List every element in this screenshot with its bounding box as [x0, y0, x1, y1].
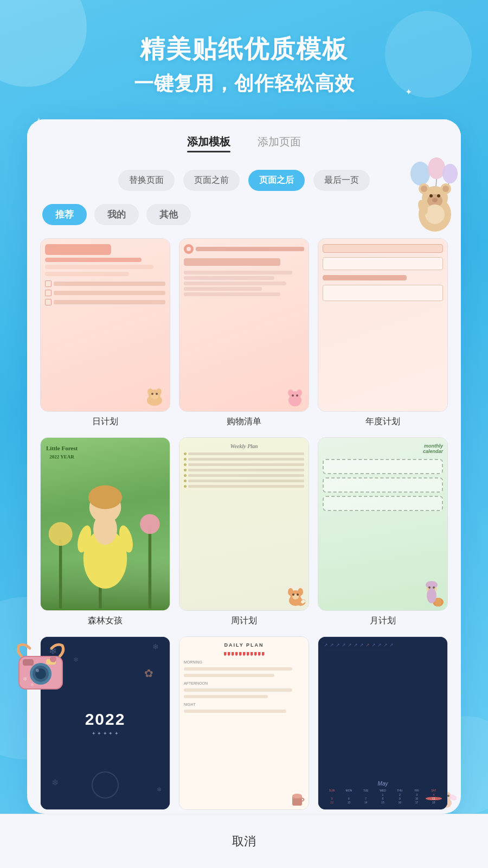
template-label-shopping: 购物清单 — [227, 416, 261, 427]
template-item-yearly[interactable]: 年度计划 — [318, 238, 448, 427]
svg-point-2 — [442, 164, 458, 183]
svg-point-13 — [429, 194, 433, 197]
template-grid: 日计划 — [27, 233, 461, 814]
svg-point-51 — [49, 522, 73, 546]
bear-balloon-decoration — [401, 157, 466, 233]
svg-text:❄: ❄ — [30, 682, 34, 687]
cancel-button[interactable]: 取消 — [232, 833, 256, 850]
cat-pill-recommended[interactable]: 推荐 — [42, 204, 87, 225]
template-thumb-shopping — [179, 238, 309, 412]
template-thumb-forest: Little Forest2022 YEAR — [40, 437, 170, 611]
svg-point-65 — [292, 593, 294, 596]
cat-pill-mine[interactable]: 我的 — [94, 204, 139, 225]
template-label-monthly: 月计划 — [370, 615, 396, 627]
svg-point-57 — [88, 486, 122, 509]
pos-btn-last[interactable]: 最后一页 — [313, 170, 370, 191]
template-label-daily: 日计划 — [92, 416, 118, 427]
svg-point-11 — [442, 186, 449, 192]
template-thumb-daily-plan: DAILY PLAN MORNING — [179, 636, 309, 810]
svg-point-40 — [292, 394, 294, 397]
template-item-may[interactable]: ↗ ↗ ↗ ↗ ↗ ↗ ↗ ↗ ↗ ↗ ↗ ↗ May — [318, 636, 448, 814]
template-thumb-daily — [40, 238, 170, 412]
svg-point-72 — [426, 581, 438, 589]
svg-text:❄: ❄ — [23, 676, 27, 682]
hero-section: 精美贴纸优质模板 一键复用，创作轻松高效 — [0, 0, 488, 97]
hero-title-2: 一键复用，创作轻松高效 — [0, 71, 488, 97]
svg-point-41 — [296, 394, 298, 397]
pos-btn-before[interactable]: 页面之前 — [183, 170, 240, 191]
svg-point-10 — [421, 186, 427, 192]
cancel-bar: 取消 — [0, 814, 488, 868]
modal-card: 添加模板 添加页面 替换页面 页面之前 页面之后 最后一页 推荐 我的 其他 — [27, 119, 461, 814]
template-item-daily[interactable]: 日计划 — [40, 238, 170, 427]
svg-point-0 — [410, 162, 430, 186]
svg-point-1 — [428, 157, 445, 179]
svg-point-66 — [297, 593, 299, 596]
template-label-forest: 森林女孩 — [88, 615, 123, 627]
svg-point-35 — [156, 393, 158, 395]
template-thumb-may: ↗ ↗ ↗ ↗ ↗ ↗ ↗ ↗ ↗ ↗ ↗ ↗ May — [318, 636, 448, 810]
template-label-weekly: 周计划 — [231, 615, 257, 627]
svg-point-23 — [36, 669, 39, 672]
svg-point-78 — [292, 794, 302, 798]
template-item-weekly[interactable]: Weekly Plan — [179, 437, 309, 627]
template-thumb-yearly — [318, 238, 448, 412]
svg-point-52 — [140, 514, 160, 534]
modal-tabs: 添加模板 添加页面 — [27, 119, 461, 163]
svg-rect-25 — [23, 659, 34, 666]
svg-point-75 — [433, 586, 435, 589]
svg-point-15 — [432, 198, 438, 202]
template-thumb-monthly: monthlycalendar — [318, 437, 448, 611]
template-thumb-weekly: Weekly Plan — [179, 437, 309, 611]
pos-btn-after[interactable]: 页面之后 — [248, 170, 305, 191]
hero-title-1: 精美贴纸优质模板 — [0, 33, 488, 66]
svg-point-74 — [428, 586, 431, 589]
template-label-yearly: 年度计划 — [365, 416, 400, 427]
svg-point-73 — [427, 588, 436, 603]
tab-add-template[interactable]: 添加模板 — [187, 135, 230, 155]
template-item-daily-plan[interactable]: DAILY PLAN MORNING — [179, 636, 309, 814]
pos-btn-replace[interactable]: 替换页面 — [118, 170, 175, 191]
category-row: 推荐 我的 其他 — [27, 199, 461, 233]
svg-point-16 — [425, 205, 445, 224]
svg-point-34 — [151, 393, 153, 395]
position-row: 替换页面 页面之前 页面之后 最后一页 — [27, 163, 461, 199]
template-item-shopping[interactable]: 购物清单 — [179, 238, 309, 427]
svg-point-26 — [50, 656, 56, 662]
template-item-forest[interactable]: Little Forest2022 YEAR 森林女孩 — [40, 437, 170, 627]
template-item-monthly[interactable]: monthlycalendar — [318, 437, 448, 627]
svg-point-14 — [437, 194, 440, 197]
tab-add-page[interactable]: 添加页面 — [258, 135, 301, 155]
camera-decoration: ❄ ❄ — [11, 640, 70, 700]
cat-pill-other[interactable]: 其他 — [146, 204, 191, 225]
